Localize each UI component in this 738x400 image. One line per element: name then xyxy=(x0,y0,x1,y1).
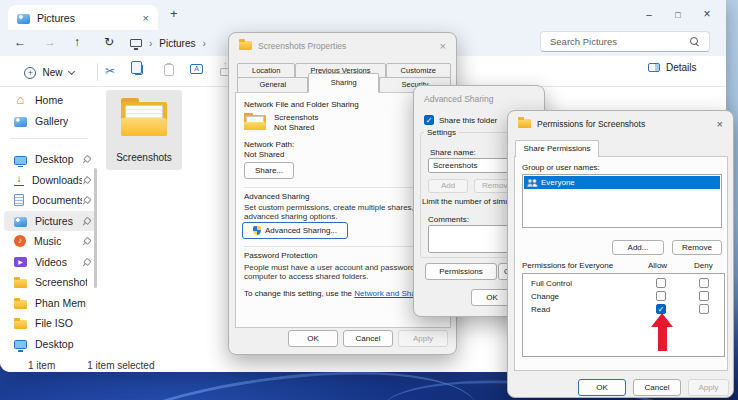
up-button[interactable] xyxy=(74,35,80,49)
properties-tab[interactable]: Location xyxy=(237,63,295,78)
search-placeholder: Search Pictures xyxy=(550,36,617,47)
folder-tile-screenshots[interactable]: Screenshots xyxy=(106,90,182,170)
properties-titlebar[interactable]: Screenshots Properties xyxy=(229,33,456,58)
rename-icon[interactable] xyxy=(190,64,203,74)
cancel-button[interactable]: Cancel xyxy=(633,379,681,396)
add-button[interactable]: Add... xyxy=(612,240,664,255)
allow-checkbox[interactable] xyxy=(656,291,666,301)
share-this-folder-row[interactable]: Share this folder xyxy=(424,115,497,125)
pin-icon xyxy=(80,215,91,226)
network-path-label: Network Path: xyxy=(244,140,294,149)
advanced-sharing-heading: Advanced Sharing xyxy=(244,192,309,201)
paste-icon[interactable] xyxy=(164,64,174,76)
sidebar-item[interactable]: Documents xyxy=(4,190,96,211)
cancel-button[interactable]: Cancel xyxy=(343,330,393,347)
permission-name: Read xyxy=(531,305,550,314)
search-icon xyxy=(690,37,700,47)
copy-icon[interactable] xyxy=(134,64,143,75)
close-button[interactable] xyxy=(702,7,712,21)
password-text-line2: computer to access shared folders. xyxy=(244,272,369,281)
sidebar-item-label: Desktop xyxy=(35,338,74,350)
sidebar-item[interactable]: Phan Mem Thoi xyxy=(4,293,96,314)
sidebar-item-label: Desktop xyxy=(35,153,74,165)
deny-checkbox[interactable] xyxy=(699,304,709,314)
share-this-folder-checkbox[interactable] xyxy=(424,115,434,125)
chevron-right-icon xyxy=(202,38,205,49)
share-permissions-tab[interactable]: Share Permissions xyxy=(515,140,599,157)
permissions-titlebar[interactable]: Permissions for Screenshots xyxy=(508,111,733,136)
sidebar-item[interactable]: Music xyxy=(4,231,96,252)
permissions-button[interactable]: Permissions xyxy=(425,263,497,280)
sidebar-item[interactable]: Downloads xyxy=(4,170,96,191)
properties-tab[interactable]: Customize xyxy=(386,63,452,78)
ok-button[interactable]: OK xyxy=(578,379,626,396)
sidebar-item-icon xyxy=(14,156,27,165)
sidebar-scrollbar[interactable] xyxy=(94,168,97,288)
sidebar-item-label: Music xyxy=(34,235,61,247)
sidebar-item[interactable]: Pictures xyxy=(4,211,96,232)
password-text-line1: People must have a user account and pass… xyxy=(244,263,441,272)
refresh-button[interactable] xyxy=(104,35,114,49)
plus-icon xyxy=(24,67,36,79)
sidebar-item[interactable]: Desktop xyxy=(4,149,96,170)
deny-column-header: Deny xyxy=(694,261,713,270)
settings-group-label: Settings xyxy=(424,128,459,137)
sidebar-item[interactable]: Screenshots xyxy=(4,272,96,293)
close-icon[interactable] xyxy=(717,118,723,130)
pin-icon xyxy=(80,256,91,267)
details-button[interactable]: Details xyxy=(648,62,697,73)
group-list[interactable]: Everyone xyxy=(522,174,722,228)
new-button[interactable]: New xyxy=(10,61,88,84)
window-controls xyxy=(644,0,712,28)
cut-icon[interactable] xyxy=(105,64,115,78)
group-list-item[interactable]: Everyone xyxy=(524,176,720,189)
maximize-button[interactable] xyxy=(673,9,683,20)
network-path-value: Not Shared xyxy=(244,150,284,159)
minimize-button[interactable] xyxy=(644,9,654,20)
sidebar-top-list: Home Gallery xyxy=(0,90,100,131)
share-this-folder-label: Share this folder xyxy=(439,116,497,125)
folder-tile-label: Screenshots xyxy=(106,152,182,163)
properties-tab[interactable]: Sharing xyxy=(308,73,379,93)
sidebar-item-icon xyxy=(14,94,27,107)
deny-checkbox[interactable] xyxy=(699,291,709,301)
sidebar-item-icon xyxy=(14,174,24,186)
permissions-for-label: Permissions for Everyone xyxy=(522,261,613,270)
sidebar-item[interactable]: File ISO xyxy=(4,313,96,334)
sidebar-item[interactable]: Gallery xyxy=(4,111,96,132)
sidebar-item-icon xyxy=(14,194,24,206)
folder-icon xyxy=(239,41,252,50)
search-input[interactable]: Search Pictures xyxy=(540,31,710,52)
allow-checkbox[interactable] xyxy=(656,278,666,288)
breadcrumb-segment[interactable]: Pictures xyxy=(159,38,195,49)
item-count: 1 item xyxy=(28,360,55,371)
share-button[interactable]: Share... xyxy=(244,162,294,179)
tab-close-icon[interactable] xyxy=(143,12,149,24)
sidebar-item-label: Phan Mem Thoi xyxy=(35,297,87,309)
remove-button[interactable]: Remove xyxy=(672,240,722,255)
toolbar-divider xyxy=(97,63,98,81)
desktop: Pictures Pictures Search Pictures xyxy=(0,0,738,400)
allow-column-header: Allow xyxy=(648,261,667,270)
back-button[interactable] xyxy=(14,35,26,49)
sidebar-item-label: File ISO xyxy=(35,317,73,329)
group-names-label: Group or user names: xyxy=(522,163,600,172)
explorer-tab-pictures[interactable]: Pictures xyxy=(8,5,158,30)
sidebar-item[interactable]: Desktop xyxy=(4,334,96,355)
pin-icon xyxy=(80,236,91,247)
sidebar-separator xyxy=(10,138,88,139)
this-pc-icon[interactable] xyxy=(130,39,142,47)
sidebar-item[interactable]: Home xyxy=(4,90,96,111)
share-name-label: Share name: xyxy=(430,148,476,157)
advanced-sharing-titlebar[interactable]: Advanced Sharing xyxy=(414,86,544,111)
deny-checkbox[interactable] xyxy=(699,278,709,288)
selected-count: 1 item selected xyxy=(87,360,154,371)
sidebar-item[interactable]: Videos xyxy=(4,252,96,273)
users-icon xyxy=(526,178,538,188)
new-tab-button[interactable] xyxy=(170,6,178,21)
ok-button[interactable]: OK xyxy=(288,330,338,347)
advanced-sharing-button[interactable]: Advanced Sharing... xyxy=(242,222,348,239)
properties-tab[interactable]: General xyxy=(237,77,308,93)
close-icon[interactable] xyxy=(440,40,446,52)
forward-button[interactable] xyxy=(44,35,56,49)
